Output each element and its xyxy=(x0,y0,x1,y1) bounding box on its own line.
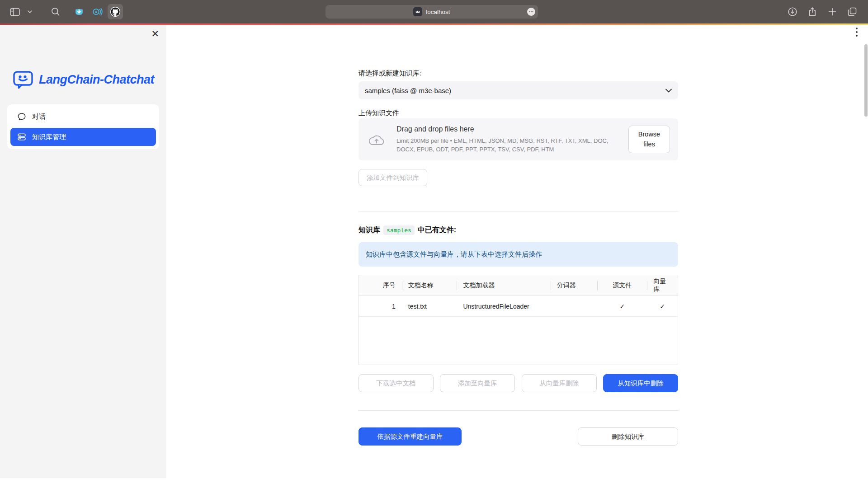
table-header-row: 序号 文档名称 文档加载器 分词器 源文件 向量库 xyxy=(359,275,678,296)
share-icon xyxy=(807,7,817,17)
address-bar[interactable]: localhost xyxy=(326,5,538,19)
dropzone-title: Drag and drop files here xyxy=(396,125,628,133)
knowledge-base-stack-icon xyxy=(17,132,26,141)
table-actions: 下载选中文档 添加至向量库 从向量库删除 从知识库中删除 xyxy=(359,374,678,392)
chevron-down-icon xyxy=(28,10,32,13)
tabs-icon xyxy=(847,7,857,17)
toolbar-right-group xyxy=(785,0,860,23)
column-header-source-file[interactable]: 源文件 xyxy=(597,275,647,296)
page-settings-icon[interactable] xyxy=(527,8,535,16)
delete-from-vector-store-button[interactable]: 从向量库删除 xyxy=(522,374,597,392)
kb-files-heading: 知识库samples中已有文件: xyxy=(359,225,678,235)
github-extension-button[interactable] xyxy=(108,4,123,19)
broadcast-circles-icon xyxy=(92,6,103,17)
delete-from-kb-button[interactable]: 从知识库中删除 xyxy=(603,374,678,392)
table-row[interactable]: 1 test.txt UnstructuredFileLoader ✓ ✓ xyxy=(359,296,678,317)
app-logo: LangChain-Chatchat xyxy=(13,70,154,89)
sidebar-close-button[interactable]: ✕ xyxy=(151,29,159,39)
chevron-down-icon xyxy=(665,89,672,93)
cat-catch-icon xyxy=(74,6,85,17)
nav-item-kb-management[interactable]: 知识库管理 xyxy=(10,128,156,146)
cell-doc-name: test.txt xyxy=(402,296,457,316)
site-favicon xyxy=(413,7,422,16)
column-header-loader[interactable]: 文档加载器 xyxy=(457,275,550,296)
column-header-vector-store[interactable]: 向量库 xyxy=(647,275,678,296)
chat-bubble-logo-icon xyxy=(13,70,33,89)
app-menu-button[interactable] xyxy=(855,27,858,37)
main-content: 请选择或新建知识库: samples (faiss @ m3e-base) 上传… xyxy=(166,25,868,488)
dropzone-texts: Drag and drop files here Limit 200MB per… xyxy=(396,125,628,154)
kb-files-table[interactable]: 序号 文档名称 文档加载器 分词器 源文件 向量库 1 test.txt Uns… xyxy=(359,275,678,365)
rebuild-vector-store-button[interactable]: 依据源文件重建向量库 xyxy=(359,427,462,446)
app-logo-text: LangChain-Chatchat xyxy=(39,73,154,87)
address-url: localhost xyxy=(426,9,450,15)
column-header-index[interactable]: 序号 xyxy=(359,275,402,296)
close-icon: ✕ xyxy=(151,28,159,39)
media-extension-button[interactable] xyxy=(90,4,105,19)
search-icon xyxy=(51,7,60,16)
section-divider xyxy=(359,211,678,211)
section-divider xyxy=(359,410,678,411)
download-selected-button[interactable]: 下载选中文档 xyxy=(359,374,434,392)
chat-icon xyxy=(17,112,26,121)
file-dropzone[interactable]: Drag and drop files here Limit 200MB per… xyxy=(359,118,678,160)
downloads-button[interactable] xyxy=(785,4,800,19)
dropzone-hint: Limit 200MB per file • EML, HTML, JSON, … xyxy=(396,136,628,154)
share-button[interactable] xyxy=(805,4,820,19)
tab-overview-button[interactable] xyxy=(844,4,860,19)
kebab-menu-icon xyxy=(855,27,858,37)
kb-select[interactable]: samples (faiss @ m3e-base) xyxy=(359,81,678,99)
kb-heading-suffix: 中已有文件: xyxy=(418,226,456,234)
kb-select-label: 请选择或新建知识库: xyxy=(359,69,678,78)
cell-loader: UnstructuredFileLoader xyxy=(457,296,550,316)
scrollbar-thumb[interactable] xyxy=(864,44,868,117)
sidebar-toggle-button[interactable] xyxy=(7,4,23,19)
column-header-splitter[interactable]: 分词器 xyxy=(551,275,598,296)
app-sidebar: ✕ LangChain-Chatchat 对话 xyxy=(0,25,166,488)
nav-item-label: 知识库管理 xyxy=(32,133,66,141)
kb-select-value: samples (faiss @ m3e-base) xyxy=(365,87,451,94)
browser-toolbar: localhost xyxy=(0,0,868,23)
sidebar-chevron-button[interactable] xyxy=(25,4,34,19)
nav-item-dialogue[interactable]: 对话 xyxy=(10,108,156,126)
github-icon xyxy=(110,6,121,17)
sidebar-bottom-strip xyxy=(0,478,166,488)
page-content: 请选择或新建知识库: samples (faiss @ m3e-base) 上传… xyxy=(359,69,678,446)
cell-splitter xyxy=(551,296,598,316)
add-files-to-kb-button[interactable]: 添加文件到知识库 xyxy=(359,169,427,186)
add-to-vector-store-button[interactable]: 添加至向量库 xyxy=(440,374,515,392)
cell-vector-check: ✓ xyxy=(647,296,678,316)
cell-index: 1 xyxy=(359,296,402,316)
info-banner: 知识库中包含源文件与向量库，请从下表中选择文件后操作 xyxy=(359,242,678,267)
sidebar-nav: 对话 知识库管理 xyxy=(7,104,159,149)
info-banner-text: 知识库中包含源文件与向量库，请从下表中选择文件后操作 xyxy=(366,250,542,259)
cell-source-check: ✓ xyxy=(597,296,647,316)
nav-item-label: 对话 xyxy=(32,113,46,121)
cloud-upload-icon xyxy=(367,132,387,147)
plus-icon xyxy=(828,7,837,16)
delete-kb-button[interactable]: 删除知识库 xyxy=(578,427,678,446)
new-tab-button[interactable] xyxy=(825,4,840,19)
cat-catch-extension-button[interactable] xyxy=(71,4,87,19)
download-icon xyxy=(788,7,797,17)
kb-heading-prefix: 知识库 xyxy=(359,226,380,234)
kb-heading-code: samples xyxy=(383,225,415,235)
kb-bottom-actions: 依据源文件重建向量库 删除知识库 xyxy=(359,427,678,446)
uploader-label: 上传知识文件 xyxy=(359,108,678,117)
column-header-doc-name[interactable]: 文档名称 xyxy=(402,275,457,296)
sidebar-toggle-icon xyxy=(10,8,20,16)
toolbar-left-group xyxy=(0,4,123,19)
search-button[interactable] xyxy=(48,4,63,19)
browse-files-button[interactable]: Browse files xyxy=(628,126,670,153)
